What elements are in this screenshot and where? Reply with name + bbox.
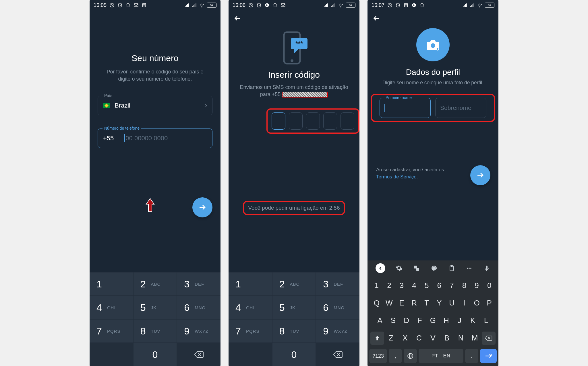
kb-key-V[interactable]: V xyxy=(427,331,439,345)
numkey-9[interactable]: 9WXYZ xyxy=(316,320,359,342)
kb-key-3[interactable]: 3 xyxy=(395,279,408,292)
kb-comma-key[interactable]: , xyxy=(389,349,402,363)
numkey-2[interactable]: 2ABC xyxy=(272,272,316,295)
terms-link[interactable]: Termos de Serviço xyxy=(376,174,417,180)
kb-key-F[interactable]: F xyxy=(413,314,426,327)
kb-settings-icon[interactable] xyxy=(395,264,403,272)
gmail-icon xyxy=(281,3,286,8)
kb-key-8[interactable]: 8 xyxy=(458,279,471,292)
numkey-7[interactable]: 7PQRS xyxy=(90,320,133,342)
kb-key-6[interactable]: 6 xyxy=(433,279,446,292)
svg-point-19 xyxy=(431,43,435,48)
kb-key-E[interactable]: E xyxy=(395,296,408,310)
kb-shift-key[interactable] xyxy=(370,332,384,345)
back-button[interactable] xyxy=(372,14,381,23)
kb-key-1[interactable]: 1 xyxy=(370,279,383,292)
kb-translate-icon[interactable] xyxy=(413,264,420,272)
country-select[interactable]: País Brazil › xyxy=(98,96,212,115)
kb-collapse-button[interactable] xyxy=(376,263,385,273)
numkey-4[interactable]: 4GHI xyxy=(229,296,272,319)
phone-input[interactable]: Número de telefone +55 00 00000 0000 xyxy=(98,129,212,148)
kb-key-A[interactable]: A xyxy=(373,314,386,327)
numkey-4[interactable]: 4GHI xyxy=(90,296,133,319)
numkey-3[interactable]: 3DEF xyxy=(316,272,359,295)
chevron-right-icon: › xyxy=(205,102,207,109)
first-name-input[interactable]: Primeiro nome xyxy=(380,98,431,118)
kb-period-key[interactable]: . xyxy=(465,349,478,363)
signal-2-icon xyxy=(470,3,475,8)
kb-key-T[interactable]: T xyxy=(420,296,433,310)
next-button[interactable] xyxy=(192,197,212,217)
numkey-3[interactable]: 3DEF xyxy=(177,272,220,295)
kb-key-G[interactable]: G xyxy=(426,314,440,327)
kb-mic-icon[interactable] xyxy=(483,264,490,272)
status-time: 16:07 xyxy=(372,2,384,8)
back-button[interactable] xyxy=(233,14,242,23)
do-not-disturb-icon xyxy=(248,3,254,8)
kb-key-N[interactable]: N xyxy=(455,331,467,345)
numkey-1[interactable]: 1 xyxy=(229,272,272,295)
last-name-input[interactable]: Sobrenome xyxy=(435,98,486,118)
svg-point-31 xyxy=(470,268,471,269)
kb-key-2[interactable]: 2 xyxy=(383,279,396,292)
kb-space-key[interactable]: PT · EN xyxy=(419,349,463,363)
kb-key-Q[interactable]: Q xyxy=(370,296,383,310)
kb-key-O[interactable]: O xyxy=(471,296,483,310)
kb-key-Y[interactable]: Y xyxy=(433,296,446,310)
kb-key-0[interactable]: 0 xyxy=(483,279,496,292)
kb-key-D[interactable]: D xyxy=(400,314,413,327)
kb-enter-key[interactable] xyxy=(480,349,497,363)
kb-key-Z[interactable]: Z xyxy=(385,331,397,345)
kb-key-U[interactable]: U xyxy=(446,296,458,310)
numkey-8[interactable]: 8TUV xyxy=(134,320,177,342)
code-digit-4[interactable] xyxy=(323,112,337,130)
kb-key-L[interactable]: L xyxy=(479,314,493,327)
kb-key-P[interactable]: P xyxy=(483,296,496,310)
kb-key-S[interactable]: S xyxy=(386,314,400,327)
kb-key-K[interactable]: K xyxy=(466,314,479,327)
numkey-6[interactable]: 6MNO xyxy=(177,296,220,319)
numkey-0[interactable]: 0 xyxy=(272,343,316,366)
numkey-2[interactable]: 2ABC xyxy=(134,272,177,295)
kb-key-I[interactable]: I xyxy=(458,296,471,310)
kb-key-R[interactable]: R xyxy=(408,296,421,310)
kb-palette-icon[interactable] xyxy=(430,264,438,272)
code-digit-2[interactable] xyxy=(289,112,303,130)
svg-rect-32 xyxy=(486,266,488,269)
code-digit-5[interactable] xyxy=(341,112,354,130)
numkey-0[interactable]: 0 xyxy=(134,343,177,366)
add-photo-button[interactable] xyxy=(416,28,450,61)
numkey-6[interactable]: 6MNO xyxy=(316,296,359,319)
kb-backspace-key[interactable] xyxy=(482,332,496,345)
kb-key-9[interactable]: 9 xyxy=(471,279,483,292)
wifi-icon xyxy=(477,3,482,8)
numkey-1[interactable]: 1 xyxy=(90,272,133,295)
kb-key-7[interactable]: 7 xyxy=(446,279,458,292)
kb-symbols-key[interactable]: ?123 xyxy=(369,349,387,363)
next-button[interactable] xyxy=(470,165,490,185)
kb-clipboard-icon[interactable] xyxy=(448,264,455,272)
code-digit-1[interactable] xyxy=(272,112,285,130)
kb-key-X[interactable]: X xyxy=(399,331,411,345)
kb-key-H[interactable]: H xyxy=(440,314,453,327)
numkey-7[interactable]: 7PQRS xyxy=(229,320,272,342)
numkey-5[interactable]: 5JKL xyxy=(272,296,316,319)
kb-key-5[interactable]: 5 xyxy=(420,279,433,292)
numkey-9[interactable]: 9WXYZ xyxy=(177,320,220,342)
kb-key-J[interactable]: J xyxy=(453,314,466,327)
alarm-icon xyxy=(256,3,262,8)
kb-key-M[interactable]: M xyxy=(469,331,481,345)
kb-key-4[interactable]: 4 xyxy=(408,279,421,292)
numkey-backspace[interactable] xyxy=(177,343,220,366)
kb-key-B[interactable]: B xyxy=(441,331,453,345)
numkey-backspace[interactable] xyxy=(316,343,359,366)
screen-enter-code: 16:06 57 xyxy=(229,0,359,366)
code-digit-3[interactable] xyxy=(306,112,320,130)
kb-key-W[interactable]: W xyxy=(383,296,396,310)
text-cursor xyxy=(124,134,125,142)
kb-key-C[interactable]: C xyxy=(413,331,425,345)
numkey-8[interactable]: 8TUV xyxy=(272,320,316,342)
numkey-5[interactable]: 5JKL xyxy=(134,296,177,319)
kb-more-icon[interactable] xyxy=(465,264,473,272)
kb-language-key[interactable] xyxy=(404,349,417,363)
